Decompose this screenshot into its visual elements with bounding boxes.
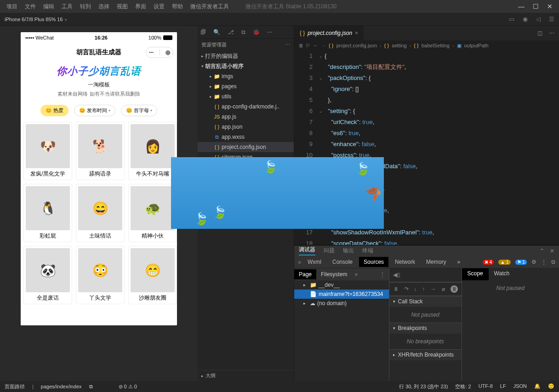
files-icon[interactable]: 🗐 bbox=[200, 29, 206, 35]
minimize-icon[interactable]: — bbox=[518, 3, 525, 10]
xhr-header[interactable]: ▸XHR/fetch Breakpoints bbox=[389, 349, 462, 360]
outline-section[interactable]: ▸大纲 bbox=[198, 370, 294, 381]
capsule-close-icon[interactable]: ◎ bbox=[165, 49, 170, 56]
menu-item[interactable]: 编辑 bbox=[40, 2, 57, 11]
phone-icon[interactable]: ▭ bbox=[509, 16, 514, 23]
tab-network[interactable]: Network bbox=[390, 257, 420, 267]
gear-icon[interactable]: ⚙ bbox=[531, 259, 536, 265]
step-into-icon[interactable]: ↓ bbox=[414, 286, 417, 292]
copy-icon[interactable]: ⧉ bbox=[89, 384, 93, 390]
error-badge[interactable]: ✖ 4 bbox=[483, 260, 494, 265]
more-icon[interactable]: ⋯ bbox=[267, 29, 273, 35]
deactivate-bp-icon[interactable]: ⌀ bbox=[442, 286, 445, 292]
project-root[interactable]: ▾胡言乱语小程序 bbox=[198, 61, 294, 71]
device-selector[interactable]: iPhone 6/7/8 Plus 85% 16▾ bbox=[5, 17, 67, 22]
nav-more[interactable]: » bbox=[354, 271, 358, 278]
filter-button[interactable]: 😊发布时间▾ bbox=[74, 105, 115, 116]
inspect-icon[interactable]: ⟐ bbox=[298, 259, 301, 265]
tab-wxml[interactable]: Wxml bbox=[303, 257, 326, 267]
filter-button[interactable]: 😊热度 bbox=[40, 105, 68, 116]
tab-problems[interactable]: 问题 bbox=[324, 247, 335, 255]
tab-debugger[interactable]: 调试器 bbox=[299, 246, 315, 256]
tree-item[interactable]: ▸📁pages bbox=[198, 81, 294, 91]
capsule-more-icon[interactable]: ··· bbox=[149, 49, 154, 56]
card[interactable]: 😁沙雕朋友圈 bbox=[128, 246, 177, 304]
split-icon[interactable]: ⧉ bbox=[241, 29, 245, 35]
callstack-header[interactable]: ▾Call Stack bbox=[389, 296, 462, 307]
tab-terminal[interactable]: 终端 bbox=[362, 247, 373, 255]
tree-item[interactable]: { }app-config-darkmode.j.. bbox=[198, 102, 294, 112]
capsule-button[interactable]: ··· ◎ bbox=[146, 47, 173, 58]
info-badge[interactable]: ⚑ 1 bbox=[515, 260, 527, 265]
menu-item[interactable]: 工具 bbox=[59, 2, 75, 11]
filesystem-tab[interactable]: Filesystem bbox=[316, 269, 352, 279]
menu-item[interactable]: 文件 bbox=[22, 2, 39, 11]
menu-item[interactable]: 设置 bbox=[151, 2, 167, 11]
menu-item[interactable]: 帮助 bbox=[169, 2, 186, 11]
editor-tab[interactable]: { } project.config.json × bbox=[294, 26, 364, 40]
source-tree-item[interactable]: ▸☁(no domain) bbox=[294, 299, 389, 308]
card[interactable]: 🐢精神小伙 bbox=[128, 184, 177, 242]
show-navigator-icon[interactable]: ◀▯ bbox=[393, 272, 400, 278]
card[interactable]: 😳丫头文学 bbox=[76, 246, 125, 304]
tab-more[interactable]: » bbox=[452, 257, 465, 267]
card[interactable]: 🐧彩虹屁 bbox=[23, 184, 72, 242]
maximize-icon[interactable]: ☐ bbox=[533, 3, 539, 10]
tab-close-icon[interactable]: × bbox=[355, 30, 358, 36]
branch-icon[interactable]: ⎇ bbox=[228, 29, 234, 35]
tree-item[interactable]: ▸📁imgs bbox=[198, 71, 294, 81]
nav-kebab-icon[interactable]: ⋮ bbox=[380, 271, 389, 278]
tab-sources[interactable]: Sources bbox=[359, 257, 388, 267]
mute-icon[interactable]: ◁ bbox=[536, 16, 541, 23]
search-icon[interactable]: 🔍 bbox=[213, 29, 220, 35]
menu-item[interactable]: 项目 bbox=[4, 2, 20, 11]
record-icon[interactable]: ◉ bbox=[523, 16, 528, 23]
explorer-more-icon[interactable]: ⋯ bbox=[285, 42, 290, 48]
card[interactable]: 😄土味情话 bbox=[76, 184, 125, 242]
status-item[interactable]: LF bbox=[500, 383, 506, 390]
scope-tab[interactable]: Scope bbox=[462, 268, 489, 280]
card[interactable]: 👩牛头不对马嘴 bbox=[128, 122, 177, 180]
status-item[interactable]: 🙂 bbox=[548, 383, 554, 390]
card[interactable]: 🐼全是废话 bbox=[23, 246, 72, 304]
status-item[interactable]: 行 30, 列 23 (选中 23) bbox=[399, 383, 448, 390]
breadcrumb[interactable]: ≣ ⚐ ← → { }project.config.json›{ }settin… bbox=[294, 40, 559, 51]
card[interactable]: 🐶发疯/黑化文学 bbox=[23, 122, 72, 180]
problems-status[interactable]: ⊘ 0 ⚠ 0 bbox=[119, 384, 137, 390]
menu-item[interactable]: 视图 bbox=[114, 2, 131, 11]
pause-exc-icon[interactable]: ⏸ bbox=[451, 285, 458, 293]
step-icon[interactable]: → bbox=[431, 286, 436, 292]
page-tab[interactable]: Page bbox=[294, 269, 316, 279]
kebab-icon[interactable]: ⋮ bbox=[541, 259, 547, 265]
debug-icon[interactable]: 🐞 bbox=[253, 29, 260, 35]
status-item[interactable]: 空格: 2 bbox=[455, 383, 471, 390]
nav-back-icon[interactable]: ← bbox=[313, 43, 318, 48]
card[interactable]: 🐕舔狗语录 bbox=[76, 122, 125, 180]
status-item[interactable]: UTF-8 bbox=[479, 383, 493, 390]
open-editors-section[interactable]: ▸打开的编辑器 bbox=[198, 51, 294, 61]
tree-item[interactable]: ⧉app.wxss bbox=[198, 132, 294, 142]
step-out-icon[interactable]: ↑ bbox=[422, 286, 425, 292]
list-icon[interactable]: ≣ bbox=[299, 43, 303, 49]
source-tree-item[interactable]: ▸📁__dev__ bbox=[294, 280, 389, 290]
source-tree-item[interactable]: 📄mainframe?t=1636273534 bbox=[294, 290, 389, 299]
nav-fwd-icon[interactable]: → bbox=[321, 43, 326, 48]
split-editor-icon[interactable]: ◫ bbox=[537, 30, 542, 36]
filter-button[interactable]: 😊首字母▾ bbox=[121, 105, 157, 116]
dock-icon[interactable]: ⧉ bbox=[551, 259, 555, 265]
pause-icon[interactable]: ⏸ bbox=[393, 286, 399, 292]
breakpoints-header[interactable]: ▾Breakpoints bbox=[389, 323, 462, 334]
close-icon[interactable]: ✕ bbox=[547, 3, 553, 10]
status-item[interactable]: JSON bbox=[513, 383, 527, 390]
tab-memory[interactable]: Memory bbox=[422, 257, 451, 267]
tab-console[interactable]: Console bbox=[328, 257, 357, 267]
menu-item[interactable]: 微信开发者工具 bbox=[188, 2, 232, 11]
collapse-icon[interactable]: ⌃ bbox=[540, 248, 544, 254]
editor-more-icon[interactable]: ⋯ bbox=[549, 30, 554, 36]
tree-item[interactable]: JSapp.js bbox=[198, 112, 294, 122]
menu-item[interactable]: 界面 bbox=[132, 2, 149, 11]
status-item[interactable]: 🔔 bbox=[534, 383, 541, 390]
tree-item[interactable]: { }project.config.json bbox=[198, 142, 294, 152]
tree-item[interactable]: { }app.json bbox=[198, 122, 294, 132]
layout-icon[interactable]: ☰ bbox=[549, 16, 554, 23]
